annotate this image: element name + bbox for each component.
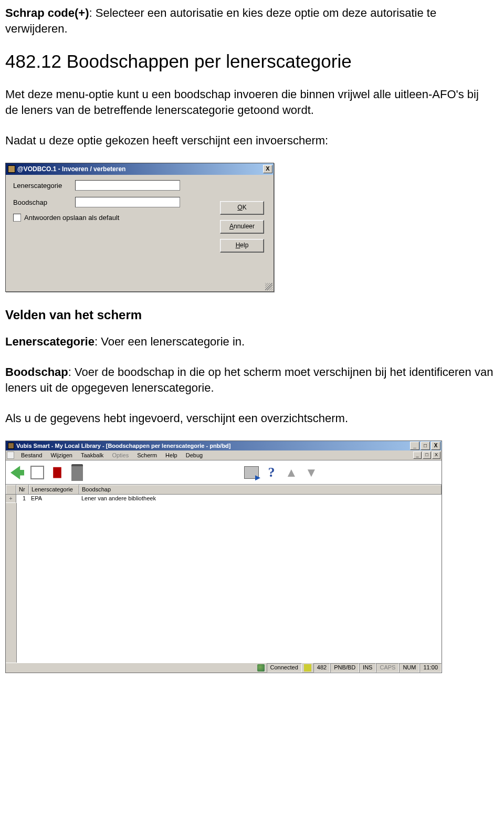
col-lenerscategorie[interactable]: Lenerscategorie <box>29 485 79 494</box>
child-minimize-button[interactable]: _ <box>413 452 422 459</box>
boodschap-label: Boodschap <box>13 198 75 206</box>
back-button[interactable] <box>9 464 26 481</box>
field-name-lenerscategorie: Lenerscategorie <box>5 335 94 348</box>
child-close-button[interactable]: X <box>432 452 440 459</box>
trash-icon <box>71 464 83 481</box>
grid-body: + 1 EPA Lener van andere bibliotheek <box>6 495 442 663</box>
down-button[interactable]: ▼ <box>303 464 320 481</box>
resize-grip-icon[interactable] <box>265 283 272 290</box>
status-bar: Connected 482 PNB/BD INS CAPS NUM 11:00 <box>6 663 442 673</box>
toolbar-help-button[interactable]: ? <box>263 464 280 481</box>
overview-window: Vubis Smart - My Local Library - [Boodsc… <box>5 441 442 673</box>
menu-help[interactable]: Help <box>162 452 181 459</box>
toolbar: ? ▲ ▼ <box>6 460 442 485</box>
menu-bar: Bestand Wijzigen Taakbalk Opties Scherm … <box>6 450 442 460</box>
boodschap-input[interactable] <box>75 197 180 207</box>
ok-button[interactable]: OK <box>220 201 264 215</box>
field-desc-boodschap: Boodschap: Voer de boodschap in die op h… <box>5 364 494 395</box>
field-name-boodschap: Boodschap <box>5 365 68 379</box>
grid-corner <box>6 485 16 494</box>
app-close-button[interactable]: X <box>431 442 440 450</box>
status-caps: CAPS <box>376 663 399 673</box>
status-indicator-icon <box>304 664 311 672</box>
app-maximize-button[interactable]: □ <box>421 442 430 450</box>
save-default-label: Antwoorden opslaan als default <box>24 214 119 222</box>
input-dialog: @VODBCO.1 - Invoeren / verbeteren X Lene… <box>5 163 274 292</box>
arrow-left-icon <box>10 466 24 479</box>
status-connected: Connected <box>267 663 302 673</box>
menu-bestand[interactable]: Bestand <box>17 452 46 459</box>
cell-msg: Lener van andere bibliotheek <box>79 495 442 503</box>
schrap-code-label: Schrap code(+) <box>5 6 89 19</box>
cell-nr: 1 <box>16 495 29 503</box>
fields-heading: Velden van het scherm <box>5 308 494 322</box>
child-maximize-button[interactable]: □ <box>423 452 431 459</box>
section-description: Met deze menu-optie kunt u een boodschap… <box>5 87 494 118</box>
cell-cat: EPA <box>29 495 79 503</box>
screen-run-icon <box>244 466 259 479</box>
overview-intro: Als u de gegevens hebt ingevoerd, versch… <box>5 411 494 426</box>
arrow-down-icon: ▼ <box>305 465 318 480</box>
save-icon <box>50 466 64 479</box>
app-icon <box>8 443 14 449</box>
new-button[interactable] <box>29 464 46 481</box>
status-num: NUM <box>399 663 419 673</box>
status-instance: PNB/BD <box>330 663 359 673</box>
cancel-button[interactable]: Annuleer <box>220 220 264 234</box>
help-icon: ? <box>268 465 275 480</box>
dialog-app-icon <box>8 165 15 173</box>
run-button[interactable] <box>243 464 260 481</box>
menu-opties[interactable]: Opties <box>108 452 132 459</box>
dialog-title: @VODBCO.1 - Invoeren / verbeteren <box>17 165 263 173</box>
menu-debug[interactable]: Debug <box>182 452 206 459</box>
status-afo: 482 <box>313 663 330 673</box>
input-screen-intro: Nadat u deze optie gekozen heeft verschi… <box>5 133 494 149</box>
up-button[interactable]: ▲ <box>283 464 300 481</box>
menu-wijzigen[interactable]: Wijzigen <box>47 452 76 459</box>
row-marker: + <box>6 495 16 503</box>
lenerscategorie-label: Lenerscategorie <box>13 182 75 190</box>
table-row[interactable]: + 1 EPA Lener van andere bibliotheek <box>6 495 442 503</box>
connection-icon <box>257 664 265 672</box>
dialog-close-button[interactable]: X <box>263 165 272 173</box>
section-heading: 482.12 Boodschappen per lenerscategorie <box>5 51 494 72</box>
grid-header: Nr Lenerscategorie Boodschap <box>6 485 442 495</box>
row-header-gutter <box>6 503 17 663</box>
save-button[interactable] <box>49 464 66 481</box>
save-default-checkbox[interactable] <box>13 214 21 222</box>
intro-paragraph: Schrap code(+): Selecteer een autorisati… <box>5 5 494 36</box>
app-minimize-button[interactable]: _ <box>410 442 419 450</box>
new-document-icon <box>30 466 44 479</box>
arrow-up-icon: ▲ <box>285 465 298 480</box>
dialog-body: Lenerscategorie Boodschap Antwoorden ops… <box>6 175 274 291</box>
lenerscategorie-input[interactable] <box>75 180 180 191</box>
status-ins: INS <box>359 663 376 673</box>
field-desc-lenerscategorie: Lenerscategorie: Voer een lenerscategori… <box>5 334 494 350</box>
menu-scherm[interactable]: Scherm <box>133 452 161 459</box>
status-time: 11:00 <box>419 663 442 673</box>
menu-taakbalk[interactable]: Taakbalk <box>77 452 107 459</box>
col-nr[interactable]: Nr <box>16 485 29 494</box>
col-boodschap[interactable]: Boodschap <box>79 485 442 494</box>
dialog-titlebar: @VODBCO.1 - Invoeren / verbeteren X <box>6 163 274 175</box>
dialog-buttons: OK Annuleer Help <box>220 201 264 253</box>
app-title: Vubis Smart - My Local Library - [Boodsc… <box>16 443 410 449</box>
help-button[interactable]: Help <box>220 239 264 253</box>
app-titlebar: Vubis Smart - My Local Library - [Boodsc… <box>6 441 442 450</box>
child-window-icon <box>7 452 14 459</box>
delete-button[interactable] <box>69 464 86 481</box>
